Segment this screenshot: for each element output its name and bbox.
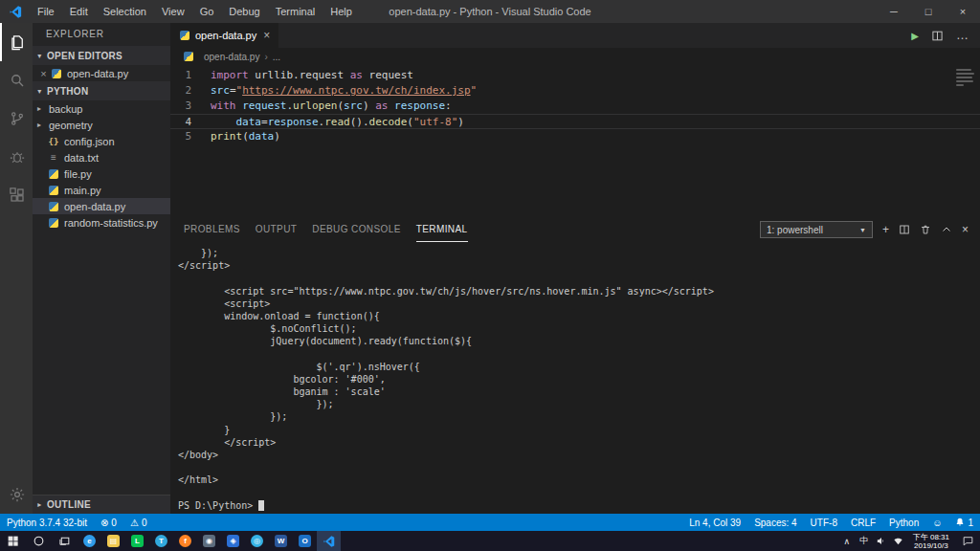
taskbar-app-camera[interactable]: ◉ (197, 531, 221, 551)
tab-close-icon[interactable]: × (263, 29, 270, 42)
feedback-smiley-icon[interactable]: ☺ (925, 514, 948, 531)
taskbar-app-line[interactable]: L (125, 531, 149, 551)
menu-view[interactable]: View (154, 0, 192, 23)
panel-tab-terminal[interactable]: TERMINAL (416, 217, 468, 242)
open-editors-list: ×open-data.py (33, 65, 170, 81)
task-view-button[interactable] (52, 531, 78, 551)
menu-terminal[interactable]: Terminal (268, 0, 323, 23)
status-label: UTF-8 (811, 518, 837, 528)
code-editor[interactable]: 1import urllib.request as request2src="h… (170, 65, 980, 217)
close-editor-icon[interactable]: × (37, 68, 50, 79)
volume-icon[interactable] (873, 531, 890, 551)
code-text: with request.urlopen(src) as response: (203, 99, 452, 114)
terminal-output[interactable]: });</script> <script src="https://www.nt… (170, 242, 980, 514)
menu-edit[interactable]: Edit (62, 0, 96, 23)
search-button[interactable] (26, 531, 52, 551)
hidden-icons-chevron[interactable]: ∧ (838, 531, 856, 551)
folder-backup[interactable]: ▸backup (33, 100, 170, 117)
status-indentation[interactable]: Spaces: 4 (747, 514, 803, 531)
open-editors-header[interactable]: ▾ OPEN EDITORS (33, 46, 170, 65)
workspace-folder-header[interactable]: ▾ PYTHON (33, 81, 170, 100)
more-actions-button[interactable]: … (956, 31, 969, 40)
menu-file[interactable]: File (30, 0, 62, 23)
terminal-line: </body> (178, 449, 980, 461)
status-label: Spaces: 4 (754, 518, 796, 528)
file-config.json[interactable]: {}config.json (33, 133, 170, 149)
taskbar-app-maps[interactable]: ◎ (245, 531, 269, 551)
status-cursor-position[interactable]: Ln 4, Col 39 (682, 514, 747, 531)
tree-item-label: config.json (64, 136, 115, 147)
activity-source-control[interactable] (0, 99, 33, 138)
line-number[interactable]: 2 (170, 83, 203, 99)
status-warnings[interactable]: ⚠0 (123, 514, 154, 531)
taskbar-app-file-explorer[interactable]: ▤ (101, 531, 125, 551)
code-line-3[interactable]: 3with request.urlopen(src) as response: (170, 99, 980, 114)
breadcrumb-file[interactable]: open-data.py (204, 52, 259, 62)
taskbar-app-photos[interactable]: ◈ (221, 531, 245, 551)
taskbar-app-word[interactable]: W (269, 531, 293, 551)
menu-selection[interactable]: Selection (96, 0, 154, 23)
notifications-bell[interactable]: 1 (948, 514, 980, 531)
terminal-prompt[interactable]: PS D:\Python> (178, 499, 980, 512)
code-line-1[interactable]: 1import urllib.request as request (170, 68, 980, 83)
line-number[interactable]: 1 (170, 68, 203, 83)
file-random-statistics.py[interactable]: random-statistics.py (33, 214, 170, 231)
line-number[interactable]: 4 (170, 115, 203, 128)
network-icon[interactable] (890, 531, 907, 551)
status-python-interpreter[interactable]: Python 3.7.4 32-bit (0, 514, 94, 531)
code-line-2[interactable]: 2src="https://www.ntpc.gov.tw/ch/index.j… (170, 83, 980, 99)
run-file-button[interactable]: ▶ (911, 31, 919, 41)
maximize-button[interactable]: □ (911, 0, 946, 23)
taskbar-app-vscode[interactable] (317, 531, 341, 551)
activity-search[interactable] (0, 61, 33, 99)
code-line-4[interactable]: 4 data=response.read().decode("utf-8") (170, 114, 980, 129)
python-file-icon (48, 168, 59, 180)
activity-extensions[interactable] (0, 176, 33, 214)
panel-tab-debug-console[interactable]: DEBUG CONSOLE (312, 217, 400, 242)
maximize-panel-button[interactable] (941, 224, 952, 235)
outline-header[interactable]: ▸ OUTLINE (33, 495, 170, 514)
panel-tab-output[interactable]: OUTPUT (256, 217, 298, 242)
file-main.py[interactable]: main.py (33, 182, 170, 198)
activity-explorer[interactable] (0, 23, 33, 61)
close-button[interactable]: × (946, 0, 980, 23)
line-number[interactable]: 5 (170, 129, 203, 144)
editor-tab-open-data.py[interactable]: open-data.py× (170, 23, 278, 48)
activity-manage[interactable] (0, 475, 33, 514)
file-file.py[interactable]: file.py (33, 165, 170, 182)
terminal-shell-select[interactable]: 1: powershell ▼ (760, 221, 873, 238)
file-open-data.py[interactable]: open-data.py (33, 198, 170, 214)
folder-geometry[interactable]: ▸geometry (33, 117, 170, 133)
start-button[interactable] (0, 531, 26, 551)
minimap[interactable] (956, 69, 977, 86)
menu-help[interactable]: Help (323, 0, 360, 23)
menu-debug[interactable]: Debug (221, 0, 267, 23)
code-line-5[interactable]: 5print(data) (170, 129, 980, 144)
terminal-line: $.noConflict(); (178, 322, 980, 335)
status-encoding[interactable]: UTF-8 (804, 514, 844, 531)
action-center-icon[interactable] (955, 531, 980, 551)
kill-terminal-button[interactable] (920, 224, 931, 235)
close-panel-button[interactable]: × (962, 223, 969, 236)
ime-indicator[interactable]: 中 (856, 531, 873, 551)
taskbar-app-edge[interactable]: e (78, 531, 101, 551)
split-terminal-button[interactable] (899, 224, 910, 235)
split-editor-button[interactable] (931, 30, 944, 42)
breadcrumb-symbol[interactable]: ... (273, 52, 280, 62)
minimize-button[interactable]: ─ (877, 0, 911, 23)
status-language-mode[interactable]: Python (882, 514, 925, 531)
status-eol[interactable]: CRLF (844, 514, 882, 531)
taskbar-app-telegram[interactable]: T (149, 531, 173, 551)
activity-debug[interactable] (0, 138, 33, 176)
new-terminal-button[interactable]: + (882, 223, 889, 236)
taskbar-app-firefox[interactable]: f (173, 531, 197, 551)
menu-go[interactable]: Go (192, 0, 222, 23)
status-errors[interactable]: ⊗0 (94, 514, 123, 531)
taskbar-clock[interactable]: 下午 08:31 2019/10/3 (907, 533, 955, 550)
open-editor-item[interactable]: ×open-data.py (33, 65, 170, 81)
file-data.txt[interactable]: ≡data.txt (33, 149, 170, 165)
line-number[interactable]: 3 (170, 99, 203, 114)
taskbar-app-outlook[interactable]: O (293, 531, 317, 551)
breadcrumb[interactable]: open-data.py › ... (170, 48, 980, 65)
panel-tab-problems[interactable]: PROBLEMS (184, 217, 240, 242)
